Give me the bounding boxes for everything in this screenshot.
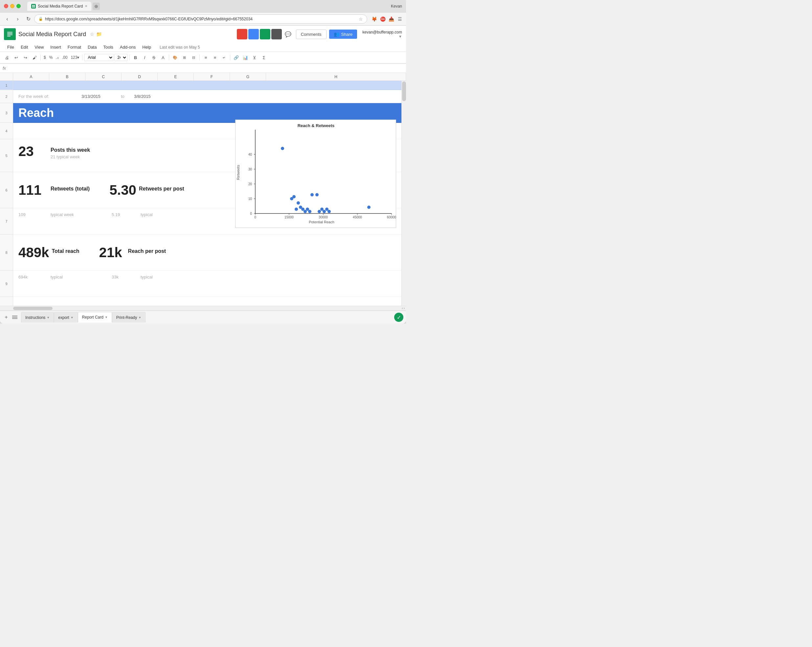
tab-report-card-label: Report Card	[82, 315, 104, 320]
font-size-select[interactable]: 24	[114, 54, 127, 61]
col-header-c: C	[85, 73, 122, 81]
italic-button[interactable]: I	[140, 53, 149, 62]
paint-format-icon[interactable]: 🖌	[30, 53, 39, 62]
chart-button[interactable]: 📊	[241, 53, 250, 62]
forward-button[interactable]: ›	[13, 14, 22, 24]
h-scrollbar-thumb[interactable]	[13, 307, 53, 310]
status-check-icon: ✓	[394, 313, 403, 322]
menu-edit[interactable]: Edit	[17, 43, 31, 51]
minimize-button[interactable]	[10, 4, 14, 8]
undo-icon[interactable]: ↩	[12, 53, 20, 62]
retweets-per-post-info: Retweets per post	[136, 183, 184, 192]
user-icon-2	[248, 29, 259, 40]
sheet-list-button[interactable]	[11, 314, 18, 321]
fill-color-button[interactable]: 🎨	[171, 53, 179, 62]
sheet-tab-export[interactable]: export ▼	[54, 312, 78, 322]
posts-typical-label: typical week	[56, 154, 80, 159]
chart-point	[308, 210, 311, 213]
sheet-tab-instructions[interactable]: Instructions ▼	[21, 312, 54, 322]
menu-help[interactable]: Help	[139, 43, 154, 51]
menu-addons[interactable]: Add-ons	[117, 43, 139, 51]
toolbar-sep-1	[40, 55, 41, 60]
menu-icon[interactable]: ☰	[396, 15, 403, 23]
addon-icon-2[interactable]: ⛔	[379, 15, 386, 23]
new-tab-button[interactable]: ⊕	[93, 3, 100, 10]
filter-button[interactable]: ⊻	[250, 53, 259, 62]
strikethrough-button[interactable]: S	[150, 53, 158, 62]
address-bar[interactable]: 🔒 https://docs.google.com/spreadsheets/d…	[34, 14, 367, 24]
last-edit: Last edit was on May 5	[160, 45, 200, 50]
comments-button[interactable]: Comments	[296, 29, 327, 39]
function-button[interactable]: Σ	[259, 53, 268, 62]
menu-tools[interactable]: Tools	[100, 43, 116, 51]
menu-format[interactable]: Format	[64, 43, 84, 51]
svg-rect-9	[7, 36, 11, 37]
redo-icon[interactable]: ↪	[21, 53, 29, 62]
tab-close-icon[interactable]: ✕	[85, 4, 87, 8]
svg-rect-1	[32, 5, 34, 6]
scrollbar-thumb[interactable]	[402, 81, 406, 101]
link-button[interactable]: 🔗	[232, 53, 240, 62]
print-icon[interactable]: 🖨	[3, 53, 11, 62]
scroll-left-arrow[interactable]: ‹	[402, 307, 403, 310]
svg-rect-7	[7, 33, 12, 34]
sheet-content[interactable]: For the week of: 3/13/2015 to 3/8/2015 R…	[13, 81, 401, 306]
active-tab[interactable]: Social Media Report Card ✕	[27, 2, 91, 11]
sheet-tab-report-card[interactable]: Report Card ▼	[78, 312, 112, 322]
retweets-info: Retweets (total)	[48, 183, 90, 192]
tab-export-arrow[interactable]: ▼	[71, 316, 73, 319]
decimal-increase[interactable]: .00	[61, 55, 69, 60]
vertical-scrollbar[interactable]	[401, 81, 406, 306]
tab-print-ready-arrow[interactable]: ▼	[138, 316, 141, 319]
addon-icon-3[interactable]: 📥	[388, 15, 395, 23]
bookmark-icon[interactable]: ☆	[359, 17, 363, 22]
addon-icon-1[interactable]: 🦊	[371, 15, 378, 23]
formula-input[interactable]	[9, 66, 403, 70]
user-dropdown[interactable]: ▼	[398, 35, 402, 38]
h-scroll-arrows: ‹ ›	[402, 307, 405, 310]
sheet-tab-print-ready[interactable]: Print-Ready ▼	[112, 312, 145, 322]
text-color-button[interactable]: A	[159, 53, 167, 62]
retweets-block: 111 Retweets (total)	[18, 183, 90, 197]
tab-strip-left: +	[3, 314, 18, 321]
menu-file[interactable]: File	[4, 43, 17, 51]
number-format[interactable]: 123▾	[69, 55, 81, 60]
align-center[interactable]: ≡	[211, 53, 219, 62]
back-button[interactable]: ‹	[3, 14, 12, 24]
font-select[interactable]: Arial	[84, 54, 114, 61]
menu-data[interactable]: Data	[84, 43, 100, 51]
share-button[interactable]: 👥 Share	[329, 29, 357, 39]
decimal-decrease[interactable]: .₀	[55, 55, 60, 60]
tab-report-card-arrow[interactable]: ▼	[105, 316, 108, 319]
menu-view[interactable]: View	[31, 43, 47, 51]
refresh-button[interactable]: ↻	[24, 14, 33, 24]
formula-fx-label: fx	[3, 66, 6, 70]
borders-button[interactable]: ⊞	[180, 53, 189, 62]
chat-icon[interactable]: 💬	[283, 29, 293, 40]
toolbar-sep-5	[199, 55, 200, 60]
align-left[interactable]: ≡	[201, 53, 210, 62]
chart-point	[292, 195, 296, 198]
maximize-button[interactable]	[17, 4, 21, 8]
merge-button[interactable]: ⊟	[189, 53, 198, 62]
svg-text:60000: 60000	[387, 215, 396, 219]
horizontal-scrollbar[interactable]: ‹ ›	[0, 306, 406, 310]
tab-instructions-label: Instructions	[25, 315, 45, 320]
reach-per-post-info: Reach per post	[125, 246, 166, 254]
retweets-number: 111	[18, 183, 48, 197]
scroll-right-arrow[interactable]: ›	[404, 307, 405, 310]
tab-instructions-arrow[interactable]: ▼	[47, 316, 50, 319]
sheet-body: 1 2 3 4 5 6 7 8 9 10 For	[0, 81, 406, 306]
menu-insert[interactable]: Insert	[47, 43, 64, 51]
star-icon[interactable]: ☆	[90, 32, 94, 37]
svg-text:30: 30	[248, 168, 252, 171]
currency-icon[interactable]: $	[43, 55, 47, 60]
row-num-9: 9	[0, 271, 13, 297]
date-2: 3/8/2015	[134, 94, 151, 99]
folder-icon[interactable]: 📁	[96, 32, 102, 37]
close-button[interactable]	[4, 4, 8, 8]
add-sheet-button[interactable]: +	[3, 314, 10, 321]
percent-icon[interactable]: %	[48, 55, 54, 60]
wrap-text[interactable]: ↵	[220, 53, 228, 62]
bold-button[interactable]: B	[131, 53, 140, 62]
